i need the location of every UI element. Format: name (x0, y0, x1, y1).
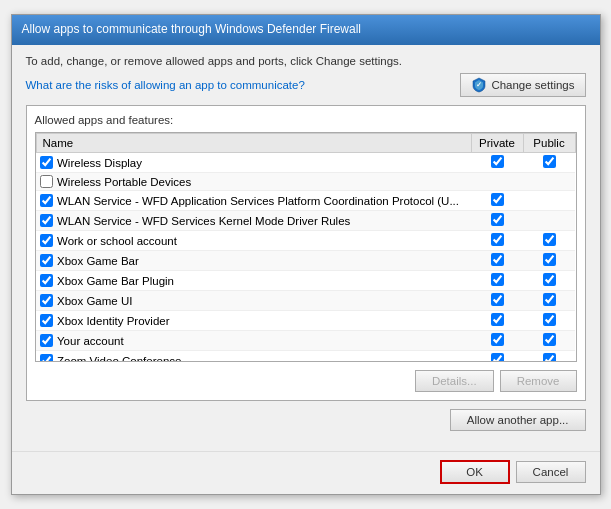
public-checkbox[interactable] (543, 293, 556, 306)
private-checkbox[interactable] (491, 313, 504, 326)
public-checkbox[interactable] (543, 233, 556, 246)
public-cell (523, 173, 575, 191)
private-cell (471, 351, 523, 363)
private-cell (471, 331, 523, 351)
table-row: Your account (36, 331, 575, 351)
app-checkbox[interactable] (40, 194, 53, 207)
app-name-label: Work or school account (57, 235, 177, 247)
private-checkbox[interactable] (491, 293, 504, 306)
private-cell (471, 271, 523, 291)
public-checkbox[interactable] (543, 253, 556, 266)
app-name-label: Xbox Identity Provider (57, 315, 170, 327)
table-row: Xbox Game Bar Plugin (36, 271, 575, 291)
private-checkbox[interactable] (491, 253, 504, 266)
app-name-cell: WLAN Service - WFD Services Kernel Mode … (36, 211, 471, 231)
app-name-label: Xbox Game Bar (57, 255, 139, 267)
private-cell (471, 191, 523, 211)
bottom-buttons-row: OK Cancel (12, 451, 600, 494)
private-cell (471, 251, 523, 271)
change-settings-label: Change settings (491, 79, 574, 91)
app-name-label: Zoom Video Conference (57, 355, 181, 363)
public-checkbox[interactable] (543, 333, 556, 346)
table-row: Wireless Display (36, 153, 575, 173)
app-name-label: Wireless Display (57, 157, 142, 169)
apps-table-container[interactable]: Name Private Public Wireless DisplayWire… (35, 132, 577, 362)
app-checkbox[interactable] (40, 175, 53, 188)
app-checkbox[interactable] (40, 334, 53, 347)
table-row: WLAN Service - WFD Services Kernel Mode … (36, 211, 575, 231)
private-checkbox[interactable] (491, 233, 504, 246)
private-cell (471, 311, 523, 331)
public-checkbox[interactable] (543, 155, 556, 168)
app-name-cell: Xbox Game UI (36, 291, 471, 311)
app-name-cell: WLAN Service - WFD Application Services … (36, 191, 471, 211)
private-checkbox[interactable] (491, 155, 504, 168)
table-row: Xbox Identity Provider (36, 311, 575, 331)
public-checkbox[interactable] (543, 313, 556, 326)
app-checkbox[interactable] (40, 314, 53, 327)
app-name-cell: Zoom Video Conference (36, 351, 471, 363)
public-cell (523, 271, 575, 291)
private-cell (471, 173, 523, 191)
app-checkbox[interactable] (40, 214, 53, 227)
private-checkbox[interactable] (491, 333, 504, 346)
change-settings-button[interactable]: ✓ Change settings (460, 73, 585, 97)
table-buttons-row: Details... Remove (35, 370, 577, 392)
app-checkbox[interactable] (40, 254, 53, 267)
app-name-cell: Work or school account (36, 231, 471, 251)
app-name-cell: Xbox Game Bar (36, 251, 471, 271)
app-checkbox[interactable] (40, 354, 53, 362)
app-name-label: WLAN Service - WFD Services Kernel Mode … (57, 215, 350, 227)
app-name-label: WLAN Service - WFD Application Services … (57, 195, 459, 207)
private-checkbox[interactable] (491, 353, 504, 362)
table-row: Zoom Video Conference (36, 351, 575, 363)
private-cell (471, 291, 523, 311)
shield-icon: ✓ (471, 77, 487, 93)
app-name-cell: Wireless Display (36, 153, 471, 173)
public-cell (523, 153, 575, 173)
app-checkbox[interactable] (40, 156, 53, 169)
ok-button[interactable]: OK (440, 460, 510, 484)
apps-panel: Allowed apps and features: Name Private … (26, 105, 586, 401)
table-row: Wireless Portable Devices (36, 173, 575, 191)
public-checkbox[interactable] (543, 273, 556, 286)
app-checkbox[interactable] (40, 234, 53, 247)
firewall-dialog: Allow apps to communicate through Window… (11, 14, 601, 496)
public-cell (523, 291, 575, 311)
app-checkbox[interactable] (40, 294, 53, 307)
panel-label: Allowed apps and features: (35, 114, 577, 126)
app-name-cell: Wireless Portable Devices (36, 173, 471, 191)
private-column-header: Private (471, 134, 523, 153)
table-row: Xbox Game Bar (36, 251, 575, 271)
public-cell (523, 311, 575, 331)
public-column-header: Public (523, 134, 575, 153)
private-cell (471, 211, 523, 231)
public-cell (523, 331, 575, 351)
public-checkbox[interactable] (543, 353, 556, 362)
private-cell (471, 231, 523, 251)
name-column-header: Name (36, 134, 471, 153)
dialog-body: To add, change, or remove allowed apps a… (12, 45, 600, 441)
table-row: Work or school account (36, 231, 575, 251)
apps-table: Name Private Public Wireless DisplayWire… (36, 133, 576, 362)
remove-button[interactable]: Remove (500, 370, 577, 392)
private-checkbox[interactable] (491, 193, 504, 206)
private-checkbox[interactable] (491, 273, 504, 286)
public-cell (523, 231, 575, 251)
dialog-title: Allow apps to communicate through Window… (22, 22, 362, 36)
public-cell (523, 191, 575, 211)
allow-another-app-button[interactable]: Allow another app... (450, 409, 586, 431)
app-name-cell: Your account (36, 331, 471, 351)
app-checkbox[interactable] (40, 274, 53, 287)
table-row: Xbox Game UI (36, 291, 575, 311)
risks-link[interactable]: What are the risks of allowing an app to… (26, 79, 305, 91)
top-row: What are the risks of allowing an app to… (26, 73, 586, 97)
subtitle-text: To add, change, or remove allowed apps a… (26, 55, 586, 67)
app-name-cell: Xbox Identity Provider (36, 311, 471, 331)
cancel-button[interactable]: Cancel (516, 461, 586, 483)
private-checkbox[interactable] (491, 213, 504, 226)
app-name-label: Wireless Portable Devices (57, 176, 191, 188)
svg-text:✓: ✓ (476, 81, 482, 88)
private-cell (471, 153, 523, 173)
details-button[interactable]: Details... (415, 370, 494, 392)
